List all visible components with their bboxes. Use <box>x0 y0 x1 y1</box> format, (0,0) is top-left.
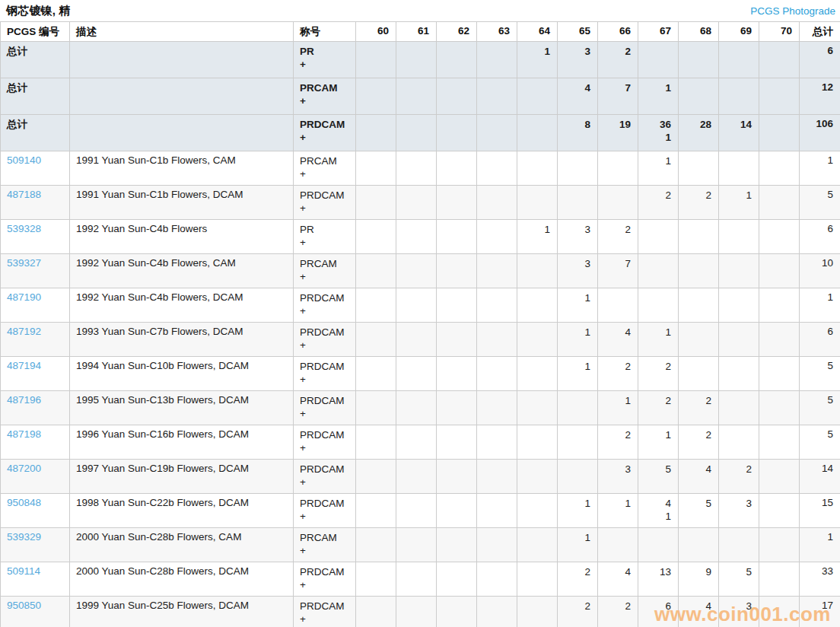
grade-66-cell: 1 <box>598 391 638 425</box>
grade-63-cell <box>477 391 517 425</box>
grade-68-cell <box>679 288 719 323</box>
grade-68-count: 9 <box>685 565 711 578</box>
grade-70-cell <box>759 460 800 494</box>
grade-66-count <box>604 154 631 167</box>
designation-plus-label: + <box>300 544 349 557</box>
grade-69-cell <box>719 42 759 78</box>
grade-64-plus-count <box>523 58 550 71</box>
grade-70-cell <box>759 562 800 597</box>
grade-64-count <box>523 463 550 476</box>
designation-cell: PRDCAM+ <box>294 357 356 391</box>
pcgs-number-link[interactable]: 539328 <box>7 223 41 234</box>
table-row-509114: 5091142000 Yuan Sun-C28b Flowers, DCAMPR… <box>1 562 840 597</box>
grade-63-cell <box>477 323 517 357</box>
pcgs-number-link[interactable]: 509140 <box>7 154 41 166</box>
grade-65-count: 1 <box>564 291 590 304</box>
grade-62-plus-count <box>443 441 469 454</box>
grade-60-plus-count <box>362 373 389 386</box>
table-row-487196: 4871961995 Yuan Sun-C13b Flowers, DCAMPR… <box>1 391 840 425</box>
pcgs-number-link[interactable]: 487192 <box>7 326 41 337</box>
grade-67-cell: 1 <box>638 151 679 186</box>
grade-64-cell <box>517 391 558 425</box>
grade-63-count <box>483 154 510 167</box>
grade-68-plus-count <box>685 94 711 107</box>
designation-label: PR <box>300 45 349 58</box>
grade-64-cell <box>517 288 558 323</box>
row-total-cell: 5 <box>800 425 840 460</box>
summary-row-pr: 总计PR+1326 <box>1 42 840 78</box>
designation-cell: PRCAM+ <box>294 254 356 288</box>
grade-68-plus-count <box>685 202 711 215</box>
grade-63-plus-count <box>483 304 510 317</box>
table-row-487194: 4871941994 Yuan Sun-C10b Flowers, DCAMPR… <box>1 357 840 391</box>
grade-70-count <box>765 463 792 476</box>
grade-66-plus-count <box>604 613 631 625</box>
grade-70-plus-count <box>765 339 792 352</box>
description-cell <box>70 78 294 115</box>
grade-69-count <box>725 45 752 58</box>
pcgs-number-link[interactable]: 487194 <box>7 360 41 371</box>
pcgs-number-link[interactable]: 950850 <box>7 600 41 611</box>
grade-65-cell: 2 <box>558 597 598 627</box>
grade-63-cell <box>477 288 517 323</box>
pcgs-photograde-link[interactable]: PCGS Photograde <box>750 5 835 17</box>
grade-60-count <box>362 565 389 578</box>
grade-60-plus-count <box>362 476 389 489</box>
row-total-cell: 15 <box>800 494 840 528</box>
grade-68-count: 2 <box>685 394 711 407</box>
pcgs-number-link[interactable]: 487188 <box>7 189 41 200</box>
grade-62-count <box>443 291 469 304</box>
grade-70-plus-count <box>765 613 792 625</box>
grade-64-plus-count <box>523 339 550 352</box>
grade-70-count <box>765 45 792 58</box>
grade-68-plus-count <box>685 304 711 317</box>
grade-60-cell <box>356 254 396 288</box>
grade-64-cell <box>517 528 558 562</box>
grade-70-count <box>765 428 792 441</box>
pcgs-number-link[interactable]: 487190 <box>7 291 41 303</box>
grade-61-plus-count <box>402 131 429 144</box>
table-row-487190: 4871901992 Yuan Sun-C4b Flowers, DCAMPRD… <box>1 288 840 323</box>
grade-63-plus-count <box>483 236 510 249</box>
designation-cell: PRCAM+ <box>294 78 356 115</box>
grade-68-cell <box>679 323 719 357</box>
grade-68-cell: 9 <box>679 562 719 597</box>
designation-plus-label: + <box>300 373 349 386</box>
grade-61-plus-count <box>402 373 429 386</box>
grade-68-plus-count <box>685 131 711 144</box>
grade-60-plus-count <box>362 510 389 523</box>
pcgs-number-cell: 487200 <box>1 460 70 494</box>
grade-69-cell <box>719 425 759 460</box>
grade-63-count <box>483 394 510 407</box>
grade-69-plus-count <box>725 236 752 249</box>
topbar: 钢芯镀镍, 精 PCGS Photograde <box>0 0 840 21</box>
pcgs-number-link[interactable]: 487200 <box>7 463 41 474</box>
header-grade-62: 62 <box>437 22 477 42</box>
grade-62-cell <box>437 288 477 323</box>
pcgs-number-link[interactable]: 539327 <box>7 257 41 269</box>
description-cell: 1991 Yuan Sun-C1b Flowers, DCAM <box>70 186 294 220</box>
grade-65-cell <box>558 460 598 494</box>
grade-66-plus-count <box>604 167 631 180</box>
pcgs-number-link[interactable]: 487196 <box>7 394 41 406</box>
grade-70-plus-count <box>765 270 792 283</box>
grade-64-count <box>523 600 550 613</box>
pcgs-number-link[interactable]: 509114 <box>7 565 40 577</box>
grade-62-plus-count <box>443 270 469 283</box>
grade-69-cell: 2 <box>719 460 759 494</box>
grade-68-plus-count <box>685 544 711 557</box>
grade-65-count: 3 <box>564 223 590 236</box>
grade-61-count <box>402 257 429 270</box>
pcgs-number-link[interactable]: 950848 <box>7 497 41 508</box>
pcgs-number-link[interactable]: 487198 <box>7 428 41 440</box>
pcgs-number-link[interactable]: 539329 <box>7 531 41 543</box>
grade-64-cell <box>517 151 558 186</box>
grade-62-plus-count <box>443 373 469 386</box>
grade-67-plus-count <box>644 304 671 317</box>
grade-60-cell <box>356 597 396 627</box>
grade-69-cell <box>719 323 759 357</box>
grade-68-cell: 4 <box>679 460 719 494</box>
grade-67-plus-count <box>644 476 671 489</box>
grade-67-cell: 1 <box>638 78 679 115</box>
grade-67-plus-count <box>644 58 671 71</box>
